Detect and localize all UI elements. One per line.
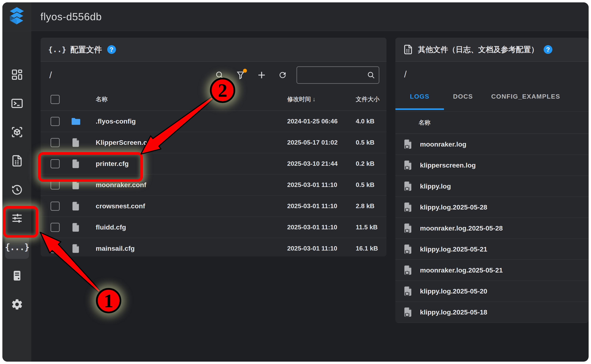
file-modified: 2024-01-25 06:46	[287, 118, 346, 125]
sidebar-item-history[interactable]	[5, 178, 29, 202]
file-name: KlipperScreen.conf	[96, 139, 287, 146]
other-table-header: 名称	[395, 112, 589, 134]
table-row[interactable]: moonraker.conf 2025-03-01 11:10 0.5 kB	[41, 175, 386, 196]
table-row[interactable]: crowsnest.conf 2025-03-01 11:10 2.8 kB	[41, 196, 386, 217]
row-checkbox[interactable]	[51, 202, 60, 211]
list-item[interactable]: moonraker.log	[395, 134, 589, 155]
file-name: mainsail.cfg	[96, 245, 287, 252]
file-modified: 2025-03-01 11:10	[287, 245, 346, 252]
list-item[interactable]: klipperscreen.log	[395, 155, 589, 176]
list-item[interactable]: klippy.log.2025-05-28	[395, 197, 589, 218]
table-row[interactable]: printer.cfg 2025-03-10 21:44 0.2 kB	[41, 153, 386, 175]
table-row[interactable]: .flyos-config 2024-01-25 06:46 4.0 kB	[41, 111, 386, 132]
sidebar-item-console[interactable]	[5, 91, 29, 115]
help-icon[interactable]: ?	[107, 45, 116, 54]
file-type-icon	[71, 243, 81, 254]
sidebar-item-gcode-preview[interactable]	[5, 120, 29, 144]
tune-icon	[11, 212, 23, 224]
row-checkbox[interactable]	[51, 138, 60, 147]
file-type-icon	[71, 159, 81, 169]
console-icon	[11, 97, 23, 110]
file-type-icon	[71, 222, 81, 233]
other-panel-header: 其他文件（日志、文档及参考配置） ?	[395, 38, 589, 62]
file-type-icon	[71, 180, 81, 190]
list-item[interactable]: klippy.log.2025-05-20	[395, 281, 589, 302]
other-files-panel: 其他文件（日志、文档及参考配置） ? / LOGS DOCS CONFIG_EX…	[395, 38, 589, 323]
column-modified[interactable]: 修改时间↓	[287, 95, 346, 103]
log-file-name: klippy.log	[420, 182, 451, 190]
file-size: 4.0 kB	[346, 118, 386, 125]
config-toolbar: /	[41, 62, 386, 88]
page-title: flyos-d556db	[40, 11, 102, 23]
plus-icon	[257, 71, 266, 80]
file-name: .flyos-config	[96, 117, 287, 125]
sidebar: {...}	[2, 31, 31, 362]
help-icon[interactable]: ?	[544, 45, 552, 54]
config-files-panel: {..} 配置文件 ? /	[41, 38, 386, 256]
config-panel-title: 配置文件	[70, 44, 102, 55]
breadcrumb-path[interactable]: /	[49, 70, 52, 80]
file-size: 16.1 kB	[346, 245, 386, 252]
sidebar-item-tune[interactable]	[5, 206, 29, 230]
sidebar-item-settings[interactable]	[5, 292, 29, 316]
table-row[interactable]: mainsail.cfg 2025-03-01 11:10 16.1 kB	[41, 238, 386, 256]
log-file-name: klippy.log.2025-05-18	[420, 308, 487, 316]
other-tabs: LOGS DOCS CONFIG_EXAMPLES	[395, 86, 589, 112]
tab-docs[interactable]: DOCS	[444, 86, 482, 106]
file-lock-icon	[403, 160, 414, 171]
search-icon	[367, 71, 375, 79]
log-file-name: moonraker.log.2025-05-21	[420, 266, 503, 274]
list-item[interactable]: klippy.log	[395, 176, 589, 197]
select-all-checkbox[interactable]	[51, 95, 60, 104]
sidebar-item-configure[interactable]: {...}	[5, 235, 29, 259]
tab-logs[interactable]: LOGS	[395, 86, 444, 106]
refresh-icon	[278, 71, 287, 80]
table-row[interactable]: fluidd.cfg 2025-03-01 11:10 11.5 kB	[41, 217, 386, 238]
app-bar: flyos-d556db	[2, 2, 589, 31]
add-file-button[interactable]	[256, 69, 268, 81]
list-item[interactable]: klippy.log.2025-05-21	[395, 239, 589, 260]
table-row[interactable]: KlipperScreen.conf 2025-05-17 01:02 0.5 …	[41, 132, 386, 153]
breadcrumb-path[interactable]: /	[404, 69, 407, 80]
file-name: moonraker.conf	[96, 181, 287, 189]
filter-active-badge	[243, 69, 247, 73]
row-checkbox[interactable]	[51, 244, 60, 253]
column-size[interactable]: 文件大小	[346, 95, 386, 103]
log-file-list: moonraker.log klipperscreen.log	[395, 134, 589, 323]
sidebar-item-jobs[interactable]	[5, 149, 29, 173]
other-toolbar: /	[395, 62, 589, 86]
search-input[interactable]	[297, 71, 367, 79]
file-lock-icon	[403, 286, 414, 297]
config-file-list: .flyos-config 2024-01-25 06:46 4.0 kB	[41, 111, 386, 256]
list-item[interactable]: moonraker.log.2025-05-21	[395, 260, 589, 281]
file-lock-icon	[403, 306, 414, 318]
file-lock-icon	[403, 223, 414, 234]
sort-desc-icon: ↓	[312, 96, 316, 102]
document-icon	[403, 44, 413, 55]
tab-config-examples[interactable]: CONFIG_EXAMPLES	[482, 86, 569, 106]
filter-button[interactable]	[235, 69, 246, 81]
row-checkbox[interactable]	[51, 159, 60, 168]
list-item[interactable]: moonraker.log.2025-05-28	[395, 218, 589, 239]
sidebar-item-system[interactable]	[5, 264, 29, 287]
row-checkbox[interactable]	[51, 223, 60, 232]
history-icon	[11, 183, 23, 196]
logo[interactable]	[2, 2, 31, 31]
gear-icon	[11, 298, 23, 311]
column-name[interactable]: 名称	[418, 119, 431, 127]
column-name[interactable]: 名称	[96, 95, 287, 103]
search-button[interactable]	[214, 69, 226, 81]
sidebar-item-dashboard[interactable]	[5, 63, 29, 86]
file-modified: 2025-03-01 11:10	[287, 181, 346, 188]
row-checkbox[interactable]	[51, 180, 60, 189]
search-box[interactable]	[297, 66, 379, 84]
file-size: 2.8 kB	[346, 202, 386, 210]
file-lock-icon	[403, 265, 414, 276]
file-size: 0.5 kB	[346, 139, 386, 146]
file-modified: 2025-03-01 11:10	[287, 202, 346, 210]
row-checkbox[interactable]	[51, 117, 60, 126]
refresh-button[interactable]	[277, 69, 289, 81]
file-lock-icon	[403, 139, 414, 150]
file-icon	[71, 159, 81, 169]
list-item[interactable]: klippy.log.2025-05-18	[395, 302, 589, 323]
